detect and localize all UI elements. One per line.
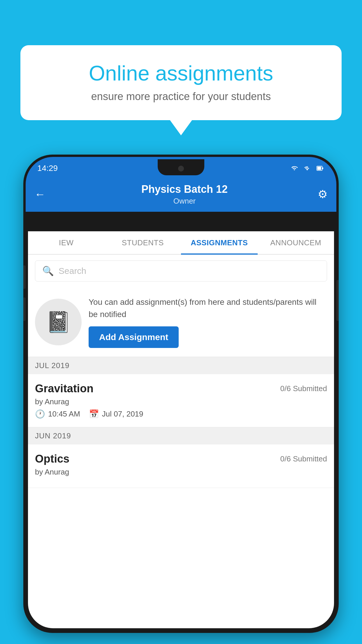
tabs-bar: IEW STUDENTS ASSIGNMENTS ANNOUNCEM xyxy=(28,231,334,255)
section-header-jul2019: JUL 2019 xyxy=(28,357,334,374)
assignment-name: Gravitation xyxy=(35,382,94,395)
assignment-submitted: 0/6 Submitted xyxy=(280,384,327,393)
assignment-icon-circle: 📓 xyxy=(35,299,82,345)
section-header-jun2019: JUN 2019 xyxy=(28,427,334,444)
speech-bubble-title: Online assignments xyxy=(38,61,324,85)
assignment-meta: 🕐 10:45 AM 📅 Jul 07, 2019 xyxy=(35,409,327,419)
power-button[interactable] xyxy=(336,280,339,321)
assignment-by-optics: by Anurag xyxy=(35,468,327,477)
signal-icon xyxy=(303,165,312,172)
speech-bubble-subtitle: ensure more practice for your students xyxy=(38,90,324,103)
notebook-icon: 📓 xyxy=(46,310,71,334)
battery-icon xyxy=(315,165,325,172)
assignment-date: 📅 Jul 07, 2019 xyxy=(89,409,143,419)
assignment-top-row: Gravitation 0/6 Submitted xyxy=(35,382,327,395)
promo-text-area: You can add assignment(s) from here and … xyxy=(89,296,327,348)
assignment-top-row-optics: Optics 0/6 Submitted xyxy=(35,453,327,465)
svg-rect-1 xyxy=(322,167,323,169)
add-assignment-button[interactable]: Add Assignment xyxy=(89,326,179,348)
svg-rect-2 xyxy=(317,167,321,170)
screen-content: IEW STUDENTS ASSIGNMENTS ANNOUNCEM 🔍 Sea… xyxy=(28,231,334,628)
tab-iew[interactable]: IEW xyxy=(28,231,105,254)
assignment-by: by Anurag xyxy=(35,397,327,406)
back-button[interactable]: ← xyxy=(34,188,45,201)
status-time: 14:29 xyxy=(37,164,58,173)
tab-assignments[interactable]: ASSIGNMENTS xyxy=(181,231,258,254)
tab-students[interactable]: STUDENTS xyxy=(105,231,181,254)
promo-description: You can add assignment(s) from here and … xyxy=(89,296,327,321)
clock-icon: 🕐 xyxy=(35,409,45,419)
status-icons xyxy=(290,165,325,172)
header-title: Physics Batch 12 xyxy=(51,183,318,195)
settings-icon[interactable]: ⚙ xyxy=(318,188,328,201)
assignment-item-optics[interactable]: Optics 0/6 Submitted by Anurag xyxy=(28,444,334,488)
promo-section: 📓 You can add assignment(s) from here an… xyxy=(28,287,334,357)
search-box[interactable]: 🔍 Search xyxy=(35,260,327,281)
assignment-submitted-optics: 0/6 Submitted xyxy=(280,454,327,463)
assignment-time: 🕐 10:45 AM xyxy=(35,409,80,419)
speech-bubble: Online assignments ensure more practice … xyxy=(20,45,342,120)
calendar-icon: 📅 xyxy=(89,409,99,419)
assignment-item-gravitation[interactable]: Gravitation 0/6 Submitted by Anurag 🕐 10… xyxy=(28,374,334,427)
header-subtitle: Owner xyxy=(51,197,318,206)
search-input[interactable]: Search xyxy=(59,266,86,276)
header-title-area: Physics Batch 12 Owner xyxy=(51,183,318,206)
phone-notch xyxy=(158,159,204,175)
speech-bubble-container: Online assignments ensure more practice … xyxy=(20,45,342,120)
assignment-name-optics: Optics xyxy=(35,453,69,465)
search-icon: 🔍 xyxy=(42,265,54,276)
phone-frame: 14:29 ← Physics Batch 12 Owner xyxy=(23,155,339,633)
search-container: 🔍 Search xyxy=(28,255,334,287)
wifi-icon xyxy=(290,165,299,172)
phone-inner: 14:29 ← Physics Batch 12 Owner xyxy=(26,157,336,631)
volume-down-button[interactable] xyxy=(23,298,26,321)
tab-announcements[interactable]: ANNOUNCEM xyxy=(258,231,334,254)
app-header: ← Physics Batch 12 Owner ⚙ xyxy=(26,177,336,212)
volume-up-button[interactable] xyxy=(23,265,26,289)
camera xyxy=(178,166,184,172)
